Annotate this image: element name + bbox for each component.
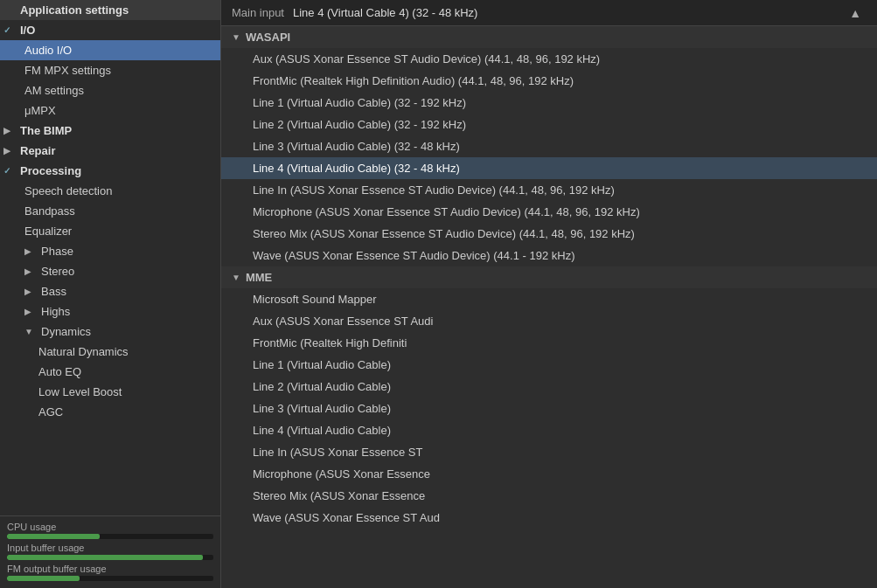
sidebar-label-io: I/O: [20, 24, 35, 37]
chevron-icon-bimp: [3, 126, 16, 135]
sidebar-label-stereo: Stereo: [41, 265, 74, 278]
sidebar-label-equalizer: Equalizer: [24, 225, 72, 238]
mme-item-5[interactable]: Line 3 (Virtual Audio Cable): [221, 398, 877, 419]
sidebar-label-fm-mpx: FM MPX settings: [24, 64, 111, 77]
mme-item-2[interactable]: FrontMic (Realtek High Definiti: [221, 332, 877, 354]
mme-item-8[interactable]: Microphone (ASUS Xonar Essence: [221, 463, 877, 485]
chevron-icon-highs: [24, 307, 37, 316]
chevron-icon-repair: [3, 146, 16, 156]
sidebar-item-fm-mpx[interactable]: FM MPX settings: [0, 60, 220, 80]
wasapi-item-1[interactable]: FrontMic (Realtek High Definition Audio)…: [221, 70, 877, 92]
input-buffer-meter: Input buffer usage: [7, 543, 213, 560]
sidebar-label-audio-io: Audio I/O: [24, 44, 72, 57]
sidebar-label-umpx: μMPX: [24, 104, 56, 117]
cpu-usage-meter: CPU usage: [7, 522, 213, 539]
main-content: Main input Line 4 (Virtual Cable 4) (32 …: [220, 0, 877, 588]
chevron-icon-stereo: [24, 266, 37, 276]
mme-item-7[interactable]: Line In (ASUS Xonar Essence ST: [221, 441, 877, 463]
sidebar-label-auto-eq: Auto EQ: [38, 365, 81, 378]
fm-output-bar-bg: [7, 576, 213, 581]
sidebar-item-processing[interactable]: Processing: [0, 161, 220, 181]
sidebar-item-natural-dynamics[interactable]: Natural Dynamics: [0, 342, 220, 362]
mme-section-label: MME: [246, 271, 272, 284]
sidebar-label-bass: Bass: [41, 285, 66, 298]
sidebar-item-agc[interactable]: AGC: [0, 402, 220, 422]
wasapi-item-9[interactable]: Wave (ASUS Xonar Essence ST Audio Device…: [221, 245, 877, 266]
sidebar-label-the-bimp: The BIMP: [20, 124, 72, 137]
wasapi-item-4[interactable]: Line 3 (Virtual Audio Cable) (32 - 48 kH…: [221, 135, 877, 157]
sidebar-meters: CPU usage Input buffer usage FM output b…: [0, 515, 220, 588]
sidebar-item-dynamics[interactable]: Dynamics: [0, 322, 220, 342]
check-icon-processing: [3, 166, 16, 176]
chevron-icon-dynamics: [24, 327, 37, 336]
mme-item-1[interactable]: Aux (ASUS Xonar Essence ST Audi: [221, 310, 877, 332]
sidebar-label-am-settings: AM settings: [24, 84, 84, 97]
sidebar-label-low-level-boost: Low Level Boost: [38, 385, 122, 398]
sidebar-item-am-settings[interactable]: AM settings: [0, 80, 220, 100]
sidebar-item-audio-io[interactable]: Audio I/O: [0, 40, 220, 60]
sidebar-item-speech-detection[interactable]: Speech detection: [0, 181, 220, 201]
input-buffer-bar-bg: [7, 555, 213, 560]
mme-chevron-icon: [232, 273, 240, 282]
chevron-icon-bass: [24, 287, 37, 296]
sidebar-item-io[interactable]: I/O: [0, 20, 220, 40]
sidebar-label-repair: Repair: [20, 144, 55, 157]
sidebar-item-stereo[interactable]: Stereo: [0, 261, 220, 281]
sidebar-label-processing: Processing: [20, 164, 81, 177]
check-icon-io: [3, 25, 16, 35]
wasapi-item-3[interactable]: Line 2 (Virtual Audio Cable) (32 - 192 k…: [221, 114, 877, 135]
sidebar-item-equalizer[interactable]: Equalizer: [0, 221, 220, 241]
sidebar-item-auto-eq[interactable]: Auto EQ: [0, 362, 220, 382]
mme-item-0[interactable]: Microsoft Sound Mapper: [221, 288, 877, 310]
sidebar-item-bass[interactable]: Bass: [0, 281, 220, 301]
mme-section-header[interactable]: MME: [221, 266, 877, 288]
sidebar-item-application-settings[interactable]: Application settings: [0, 0, 220, 20]
sidebar-label-dynamics: Dynamics: [41, 325, 91, 338]
sidebar-label-speech-detection: Speech detection: [24, 184, 112, 197]
sidebar-label-agc: AGC: [38, 405, 63, 419]
sidebar: Application settings I/O Audio I/O FM MP…: [0, 0, 220, 588]
wasapi-item-7[interactable]: Microphone (ASUS Xonar Essence ST Audio …: [221, 201, 877, 223]
input-buffer-bar-fill: [7, 555, 203, 560]
sidebar-scroll: Application settings I/O Audio I/O FM MP…: [0, 0, 220, 515]
cpu-usage-bar-fill: [7, 534, 100, 539]
wasapi-section-header[interactable]: WASAPI: [221, 26, 877, 48]
sidebar-item-bandpass[interactable]: Bandpass: [0, 201, 220, 221]
collapse-button[interactable]: ▲: [844, 4, 867, 22]
main-input-value: Line 4 (Virtual Cable 4) (32 - 48 kHz): [293, 6, 844, 19]
sidebar-item-the-bimp[interactable]: The BIMP: [0, 121, 220, 141]
main-header: Main input Line 4 (Virtual Cable 4) (32 …: [221, 0, 877, 26]
fm-output-meter: FM output buffer usage: [7, 564, 213, 581]
sidebar-label-application-settings: Application settings: [20, 3, 129, 17]
mme-item-6[interactable]: Line 4 (Virtual Audio Cable): [221, 419, 877, 441]
sidebar-label-highs: Highs: [41, 305, 70, 318]
sidebar-item-phase[interactable]: Phase: [0, 241, 220, 261]
wasapi-item-6[interactable]: Line In (ASUS Xonar Essence ST Audio Dev…: [221, 179, 877, 201]
wasapi-item-8[interactable]: Stereo Mix (ASUS Xonar Essence ST Audio …: [221, 223, 877, 245]
wasapi-section-label: WASAPI: [246, 31, 290, 44]
mme-item-4[interactable]: Line 2 (Virtual Audio Cable): [221, 376, 877, 398]
cpu-usage-label: CPU usage: [7, 522, 213, 532]
wasapi-item-0[interactable]: Aux (ASUS Xonar Essence ST Audio Device)…: [221, 48, 877, 70]
chevron-icon-phase: [24, 246, 37, 256]
sidebar-item-umpx[interactable]: μMPX: [0, 100, 220, 121]
wasapi-chevron-icon: [232, 32, 240, 42]
sidebar-item-highs[interactable]: Highs: [0, 301, 220, 322]
wasapi-item-2[interactable]: Line 1 (Virtual Audio Cable) (32 - 192 k…: [221, 92, 877, 114]
sidebar-label-natural-dynamics: Natural Dynamics: [38, 345, 129, 358]
main-input-label: Main input: [232, 6, 284, 19]
device-dropdown-list[interactable]: WASAPI Aux (ASUS Xonar Essence ST Audio …: [221, 26, 877, 588]
fm-output-bar-fill: [7, 576, 80, 581]
mme-item-10[interactable]: Wave (ASUS Xonar Essence ST Aud: [221, 507, 877, 529]
sidebar-label-bandpass: Bandpass: [24, 204, 75, 218]
mme-item-3[interactable]: Line 1 (Virtual Audio Cable): [221, 354, 877, 376]
sidebar-label-phase: Phase: [41, 245, 73, 258]
wasapi-item-5[interactable]: Line 4 (Virtual Audio Cable) (32 - 48 kH…: [221, 157, 877, 179]
sidebar-item-repair[interactable]: Repair: [0, 141, 220, 161]
mme-item-9[interactable]: Stereo Mix (ASUS Xonar Essence: [221, 485, 877, 507]
cpu-usage-bar-bg: [7, 534, 213, 539]
sidebar-item-low-level-boost[interactable]: Low Level Boost: [0, 382, 220, 402]
fm-output-label: FM output buffer usage: [7, 564, 213, 574]
input-buffer-label: Input buffer usage: [7, 543, 213, 553]
